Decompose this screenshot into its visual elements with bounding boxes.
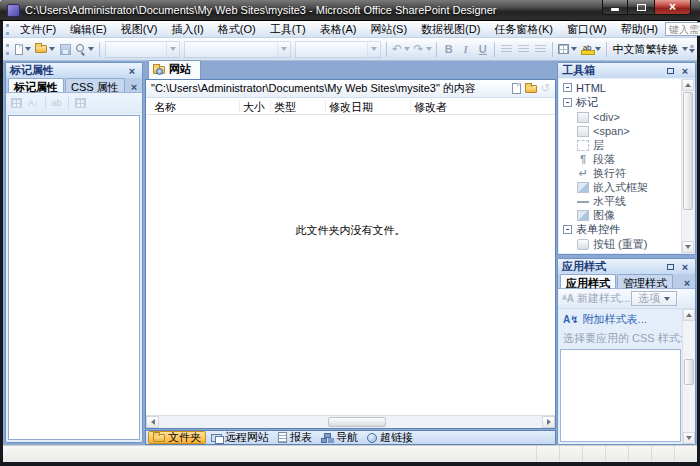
view-tab-reports[interactable]: 报表 — [274, 431, 316, 444]
categorized-icon[interactable] — [11, 98, 22, 108]
site-tab[interactable]: 网站 — [148, 60, 201, 79]
scroll-up-button[interactable] — [682, 79, 694, 91]
open-button[interactable] — [33, 40, 56, 58]
titlebar[interactable]: C:\Users\Administrator\Documents\My Web … — [0, 0, 700, 21]
view-tab-hyperlinks[interactable]: 超链接 — [363, 431, 417, 444]
toolbox-group-form-controls[interactable]: 表单控件 — [560, 222, 680, 237]
toolbox-item-span[interactable]: <span> — [560, 124, 680, 138]
menu-tools[interactable]: 工具(T) — [263, 20, 313, 39]
show-set-properties-icon[interactable]: ab — [52, 98, 62, 108]
toolbox-item-div[interactable]: <div> — [560, 110, 680, 124]
horizontal-scroll-track[interactable] — [159, 416, 542, 428]
collapse-icon[interactable] — [563, 83, 572, 92]
menu-view[interactable]: 视图(V) — [114, 20, 165, 39]
scroll-thumb[interactable] — [683, 92, 693, 210]
scroll-down-button[interactable] — [682, 241, 694, 253]
view-tab-navigation[interactable]: 导航 — [317, 431, 362, 444]
tag-properties-header[interactable]: 标记属性 × — [6, 63, 142, 78]
apply-styles-scrollbar[interactable] — [682, 309, 695, 444]
menu-edit[interactable]: 编辑(E) — [63, 20, 114, 39]
panel-maximize-button[interactable] — [664, 65, 676, 76]
new-page-icon[interactable] — [512, 83, 521, 94]
panel-close-button[interactable]: × — [679, 65, 691, 76]
tab-manage-styles[interactable]: 管理样式 — [617, 274, 673, 288]
view-tab-folders[interactable]: 文件夹 — [148, 431, 206, 444]
menu-file[interactable]: 文件(F) — [13, 20, 63, 39]
toolbox-item-paragraph[interactable]: ¶段落 — [560, 152, 680, 166]
redo-button[interactable]: ↷ — [412, 40, 433, 58]
insert-table-button[interactable] — [556, 40, 579, 58]
up-one-level-icon[interactable]: ↺ — [541, 83, 550, 94]
column-size[interactable]: 大小 — [243, 100, 265, 115]
tag-properties-list[interactable] — [8, 115, 140, 440]
underline-button[interactable]: U — [474, 40, 491, 58]
scroll-up-button[interactable] — [683, 309, 695, 321]
tab-close-button[interactable]: × — [681, 277, 693, 288]
toolbox-scrollbar[interactable] — [681, 79, 694, 253]
preview-button[interactable] — [74, 40, 96, 58]
toolbar-drag-handle[interactable] — [6, 44, 9, 55]
menu-help[interactable]: 帮助(H) — [614, 20, 665, 39]
column-type[interactable]: 类型 — [274, 100, 296, 115]
highlight-button[interactable]: ab — [579, 40, 602, 58]
align-center-button[interactable] — [515, 40, 532, 58]
collapse-icon[interactable] — [563, 225, 572, 234]
help-question-box[interactable] — [665, 22, 700, 36]
file-list[interactable]: 此文件夹内没有文件。 — [146, 115, 555, 415]
combo-dropdown-button[interactable] — [166, 42, 179, 57]
align-right-button[interactable] — [532, 40, 549, 58]
toolbox-item-layer[interactable]: 层 — [560, 138, 680, 152]
scroll-down-button[interactable] — [683, 432, 695, 444]
css-styles-list[interactable] — [560, 349, 681, 442]
maximize-button[interactable] — [628, 0, 654, 15]
menu-window[interactable]: 窗口(W) — [560, 20, 614, 39]
toolbox-item-line-break[interactable]: ↵换行符 — [560, 166, 680, 180]
new-document-button[interactable] — [13, 40, 33, 58]
toolbar-options-button[interactable]: » — [689, 45, 695, 53]
font-combobox[interactable] — [184, 41, 290, 58]
new-folder-icon[interactable] — [525, 85, 537, 93]
help-question-input[interactable] — [666, 24, 700, 35]
toolbox-item-horizontal-line[interactable]: 水平线 — [560, 194, 680, 208]
tab-apply-styles[interactable]: 应用样式 — [560, 274, 616, 288]
close-button[interactable]: × — [654, 0, 691, 15]
undo-button[interactable]: ↶ — [390, 40, 411, 58]
scroll-thumb[interactable] — [684, 359, 694, 385]
menubar-drag-handle[interactable] — [6, 24, 9, 35]
bold-button[interactable]: B — [440, 40, 457, 58]
toolbox-group-html[interactable]: HTML — [560, 80, 680, 95]
menu-table[interactable]: 表格(A) — [313, 20, 364, 39]
scroll-left-button[interactable] — [146, 416, 159, 428]
minimize-button[interactable] — [602, 0, 628, 15]
summary-icon[interactable] — [75, 98, 86, 108]
combo-dropdown-button[interactable] — [367, 42, 380, 57]
collapse-icon[interactable] — [563, 98, 572, 107]
tab-tag-properties[interactable]: 标记属性 — [8, 78, 64, 92]
horizontal-scrollbar[interactable] — [146, 415, 555, 428]
panel-close-button[interactable]: × — [126, 65, 138, 76]
options-button[interactable]: 选项 — [631, 291, 677, 306]
new-style-button[interactable]: ᴬA 新建样式... — [562, 291, 630, 306]
column-modified-by[interactable]: 修改者 — [414, 100, 447, 115]
toolbox-item-reset-button[interactable]: 按钮 (重置) — [560, 237, 680, 251]
apply-styles-header[interactable]: 应用样式 × — [558, 259, 695, 274]
toolbox-group-tags[interactable]: 标记 — [560, 95, 680, 110]
menu-insert[interactable]: 插入(I) — [164, 20, 210, 39]
menu-format[interactable]: 格式(O) — [211, 20, 263, 39]
column-name[interactable]: 名称 — [154, 100, 176, 115]
menu-site[interactable]: 网站(S) — [363, 20, 414, 39]
view-tab-remote-site[interactable]: 远程网站 — [207, 431, 273, 444]
toolbox-item-inline-frame[interactable]: 嵌入式框架 — [560, 180, 680, 194]
sort-alphabetical-icon[interactable]: A↓ — [28, 98, 39, 108]
style-combobox[interactable] — [105, 41, 180, 58]
toolbox-item-image[interactable]: 图像 — [560, 208, 680, 222]
tab-close-button[interactable]: × — [128, 81, 140, 92]
column-modified-date[interactable]: 修改日期 — [329, 100, 373, 115]
horizontal-scroll-thumb[interactable] — [328, 417, 386, 427]
save-button[interactable] — [57, 40, 74, 58]
chinese-conversion-button[interactable]: 中文简繁转换 — [610, 40, 689, 58]
tab-css-properties[interactable]: CSS 属性 — [65, 78, 125, 92]
panel-maximize-button[interactable] — [664, 261, 676, 272]
menu-data-view[interactable]: 数据视图(D) — [414, 20, 487, 39]
menu-task-panes[interactable]: 任务窗格(K) — [487, 20, 560, 39]
